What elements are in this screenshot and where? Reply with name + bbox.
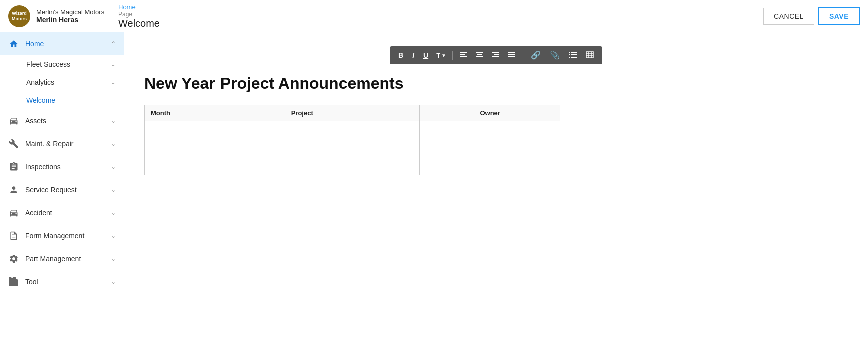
sidebar-item-fleet-success[interactable]: Fleet Success ⌄ [0, 55, 124, 73]
align-right-button[interactable] [489, 50, 503, 61]
accident-label: Accident [25, 209, 105, 217]
sidebar-item-analytics[interactable]: Analytics ⌄ [0, 73, 124, 91]
accident-icon [8, 207, 19, 218]
wrench-icon [8, 138, 19, 149]
svg-rect-6 [492, 52, 499, 53]
save-button[interactable]: SAVE [818, 7, 860, 25]
table-header-owner: Owner [420, 105, 560, 121]
sidebar-item-welcome[interactable]: Welcome [0, 91, 124, 109]
svg-rect-12 [569, 52, 570, 53]
italic-button[interactable]: I [409, 50, 418, 61]
sidebar-item-home[interactable]: Home ⌃ [0, 32, 124, 55]
header-center: Home Page Welcome [108, 3, 763, 29]
underline-button[interactable]: U [420, 50, 432, 61]
attach-button[interactable]: 📎 [546, 49, 563, 61]
table-cell-project-2[interactable] [285, 139, 420, 157]
inspections-label: Inspections [25, 163, 105, 171]
table-header-month: Month [145, 105, 285, 121]
table-row [145, 157, 560, 175]
form-management-chevron-icon: ⌄ [111, 232, 116, 239]
part-management-icon [8, 253, 19, 264]
page-heading[interactable]: New Year Project Announcements [144, 74, 555, 93]
company-info: Merlin's Magical Motors Merlin Heras [36, 8, 104, 24]
cancel-button[interactable]: CANCEL [763, 8, 814, 25]
svg-rect-9 [508, 52, 515, 53]
breadcrumb-home-link[interactable]: Home [118, 3, 763, 11]
clipboard-icon [8, 161, 19, 172]
table-cell-month-2[interactable] [145, 139, 285, 157]
toolbar-wrapper: B I U T ▼ [124, 32, 868, 64]
table-cell-project-3[interactable] [285, 157, 420, 175]
list-button[interactable] [565, 50, 580, 61]
svg-rect-8 [492, 56, 499, 57]
sidebar-item-inspections[interactable]: Inspections ⌄ [0, 155, 124, 178]
home-chevron-icon: ⌃ [111, 40, 116, 47]
car-icon [8, 115, 19, 126]
svg-rect-7 [494, 54, 499, 55]
align-justify-button[interactable] [505, 50, 519, 61]
part-management-label: Part Management [25, 255, 105, 263]
table-button[interactable] [582, 49, 597, 61]
form-icon [8, 230, 19, 241]
editor-area: New Year Project Announcements Month Pro… [124, 64, 575, 195]
analytics-chevron-icon: ⌄ [111, 79, 116, 86]
sidebar-item-part-management[interactable]: Part Management ⌄ [0, 247, 124, 270]
analytics-label: Analytics [26, 78, 54, 86]
svg-rect-13 [571, 52, 577, 53]
tool-chevron-icon: ⌄ [111, 278, 116, 285]
table-row [145, 139, 560, 157]
sidebar-item-accident[interactable]: Accident ⌄ [0, 201, 124, 224]
svg-rect-17 [571, 57, 577, 58]
sidebar-item-service-request[interactable]: Service Request ⌄ [0, 178, 124, 201]
sidebar-item-tool[interactable]: Tool ⌄ [0, 270, 124, 293]
content-area: B I U T ▼ [124, 32, 868, 358]
maint-repair-label: Maint. & Repair [25, 140, 105, 148]
table-cell-owner-2[interactable] [420, 139, 560, 157]
tool-icon [8, 276, 19, 287]
svg-rect-5 [476, 56, 483, 57]
align-center-button[interactable] [473, 50, 487, 61]
accident-chevron-icon: ⌄ [111, 209, 116, 216]
main-layout: Home ⌃ Fleet Success ⌄ Analytics ⌄ Welco… [0, 32, 868, 358]
sidebar-item-assets[interactable]: Assets ⌄ [0, 109, 124, 132]
text-type-arrow-icon: ▼ [441, 53, 446, 58]
link-button[interactable]: 🔗 [527, 49, 544, 61]
logo-text: Wizard Motors [8, 11, 30, 22]
person-icon [8, 184, 19, 195]
table-cell-month-3[interactable] [145, 157, 285, 175]
svg-rect-18 [586, 52, 593, 58]
service-request-label: Service Request [25, 186, 105, 194]
table-cell-owner-1[interactable] [420, 121, 560, 139]
service-request-chevron-icon: ⌄ [111, 186, 116, 193]
table-cell-owner-3[interactable] [420, 157, 560, 175]
editor-toolbar: B I U T ▼ [390, 46, 602, 64]
fleet-success-chevron-icon: ⌄ [111, 61, 116, 68]
table-header-row: Month Project Owner [145, 105, 560, 121]
align-left-button[interactable] [457, 50, 471, 61]
header-left: Wizard Motors Merlin's Magical Motors Me… [8, 5, 108, 27]
company-logo: Wizard Motors [8, 5, 30, 27]
inspections-chevron-icon: ⌄ [111, 163, 116, 170]
bold-button[interactable]: B [395, 50, 407, 61]
text-type-dropdown[interactable]: T ▼ [434, 50, 448, 61]
table-cell-month-1[interactable] [145, 121, 285, 139]
sidebar-item-maint-repair[interactable]: Maint. & Repair ⌄ [0, 132, 124, 155]
sidebar-home-label: Home [25, 40, 105, 48]
sidebar-item-form-management[interactable]: Form Management ⌄ [0, 224, 124, 247]
table-header-project: Project [285, 105, 420, 121]
svg-rect-10 [508, 54, 515, 55]
fleet-success-label: Fleet Success [26, 60, 70, 68]
header: Wizard Motors Merlin's Magical Motors Me… [0, 0, 868, 32]
table-cell-project-1[interactable] [285, 121, 420, 139]
breadcrumb-page-label: Page [118, 11, 763, 18]
svg-rect-16 [569, 57, 570, 58]
table-row [145, 121, 560, 139]
svg-rect-0 [460, 52, 467, 53]
assets-label: Assets [25, 117, 105, 125]
toolbar-sep-2 [523, 51, 523, 60]
editor-table: Month Project Owner [144, 105, 560, 175]
company-name: Merlin's Magical Motors [36, 8, 104, 16]
page-title-header: Welcome [118, 18, 763, 29]
user-name: Merlin Heras [36, 16, 104, 24]
part-management-chevron-icon: ⌄ [111, 255, 116, 262]
